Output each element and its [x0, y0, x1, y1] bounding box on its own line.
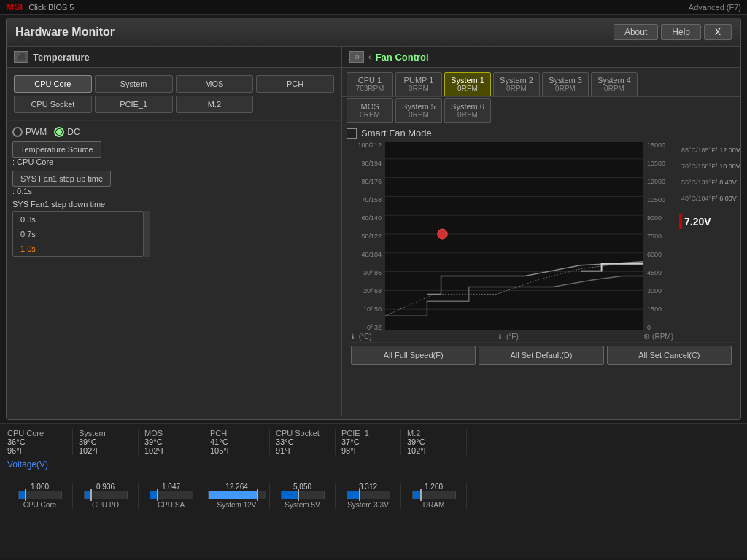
volt-item-sys12v: 12.264 System 12V — [204, 483, 270, 509]
topbar-right: Advanced (F7) — [689, 3, 741, 12]
y-right-5: 7500 — [644, 233, 676, 240]
fan-tab-pump1[interactable]: PUMP 1 0RPM — [395, 72, 442, 96]
sensor-m2: M.2 39°C 102°F — [401, 429, 467, 455]
fan-control-header: ⚙ ‹ Fan Control — [342, 47, 740, 68]
volt-fill-dram — [413, 491, 420, 499]
full-speed-button[interactable]: All Full Speed(F) — [351, 346, 476, 365]
sensor-cpu-socket-c: 33°C — [276, 438, 329, 446]
temp-btn-pch[interactable]: PCH — [256, 75, 334, 93]
sensor-cpu-socket-name: CPU Socket — [276, 429, 329, 438]
sensor-cpu-core-c: 36°C — [7, 438, 66, 446]
step-down-option-1[interactable]: 0.7s — [13, 227, 143, 241]
y-right-3: 10500 — [644, 196, 676, 203]
volt-track-sys12v — [208, 491, 266, 499]
step-down-dropdown: 0.3s 0.7s 1.0s — [12, 211, 336, 257]
volt-name-dram: DRAM — [423, 501, 444, 509]
sensor-system-name: System — [79, 429, 132, 438]
temp-btn-cpu-core[interactable]: CPU Core — [14, 75, 92, 93]
volt-level-0: 85°C/185°F/ 12.00V — [679, 144, 736, 156]
bottom-bar: CPU Core 36°C 96°F System 39°C 102°F MOS… — [0, 423, 747, 558]
volt-name-cpu-io: CPU I/O — [92, 501, 119, 509]
close-button[interactable]: X — [704, 24, 732, 40]
temp-btn-m2[interactable]: M.2 — [176, 96, 254, 113]
sensor-m2-c: 39°C — [407, 438, 460, 446]
volt-fill-cpu-io — [85, 491, 90, 499]
step-down-option-2[interactable]: 1.0s — [13, 241, 143, 256]
content-area: ⬛ Temperature CPU Core System MOS PCH CP… — [7, 47, 740, 416]
y-right-0: 15000 — [644, 141, 676, 149]
temp-btn-system[interactable]: System — [95, 75, 173, 93]
fan-control-panel: ⚙ ‹ Fan Control CPU 1 763RPM PUMP 1 0RPM… — [342, 47, 740, 416]
fan-tab-system5[interactable]: System 5 0RPM — [395, 98, 442, 122]
sensor-system: System 39°C 102°F — [73, 429, 139, 455]
y-labels-right: 15000 13500 12000 10500 9000 7500 6000 4… — [644, 141, 676, 331]
fan-tab-system1[interactable]: System 1 0RPM — [444, 72, 491, 96]
volt-val-dram: 1.200 — [425, 483, 443, 491]
sensor-pcie1-name: PCIE_1 — [341, 429, 395, 438]
chart-footer: 🌡 (°C) 🌡 (°F) ⚙ (RPM) — [347, 331, 676, 342]
volt-item-sys5v: 5.050 System 5V — [270, 483, 336, 509]
fan-tab-system4[interactable]: System 4 0RPM — [591, 72, 638, 96]
volt-val-cpu-sa: 1.047 — [162, 483, 180, 491]
window-buttons: About Help X — [614, 24, 732, 40]
about-button[interactable]: About — [614, 24, 658, 40]
sensor-cpu-socket: CPU Socket 33°C 91°F — [270, 429, 336, 455]
volt-name-cpu-sa: CPU SA — [158, 501, 185, 509]
fan-tab-system3[interactable]: System 3 0RPM — [542, 72, 589, 96]
sensor-cpu-core: CPU Core 36°C 96°F — [7, 429, 73, 455]
window-header: Hardware Monitor About Help X — [7, 18, 740, 47]
fan-tabs: CPU 1 763RPM PUMP 1 0RPM System 1 0RPM S… — [342, 68, 740, 97]
help-button[interactable]: Help — [661, 24, 701, 40]
temp-btn-mos[interactable]: MOS — [176, 75, 254, 93]
step-down-option-0[interactable]: 0.3s — [13, 212, 143, 227]
volt-tick-dram — [420, 489, 422, 501]
sensor-mos: MOS 39°C 102°F — [139, 429, 204, 455]
chart-svg — [385, 142, 643, 330]
y-right-4: 9000 — [644, 214, 676, 222]
dc-radio-item[interactable]: DC — [54, 127, 80, 137]
volt-name-sys5v: System 5V — [285, 501, 320, 509]
fan-tab-system2[interactable]: System 2 0RPM — [493, 72, 540, 96]
dropdown-scrollbar[interactable] — [144, 211, 150, 257]
pwm-label: PWM — [26, 127, 47, 137]
top-bar: MSI Click BIOS 5 Advanced (F7) — [0, 0, 747, 15]
rpm-icon: ⚙ (RPM) — [643, 332, 673, 341]
set-cancel-button[interactable]: All Set Cancel(C) — [607, 346, 732, 365]
volt-name-sys33v: System 3.3V — [347, 501, 389, 509]
fan-tab-cpu1[interactable]: CPU 1 763RPM — [347, 72, 393, 96]
temp-source-value: : CPU Core — [12, 158, 336, 166]
sensor-pcie1: PCIE_1 37°C 98°F — [336, 429, 401, 455]
step-down-label: SYS Fan1 step down time — [12, 200, 336, 209]
smart-fan-checkbox[interactable] — [347, 128, 357, 139]
dc-radio-circle — [54, 127, 64, 137]
step-up-button[interactable]: SYS Fan1 step up time — [12, 171, 111, 187]
y-right-10: 0 — [644, 324, 676, 331]
voltage-section-label: Voltage(V) — [7, 459, 740, 470]
temp-source-row: Temperature Source : CPU Core — [12, 141, 336, 166]
temp-unit-c: 🌡 (°C) — [349, 332, 372, 341]
volt-track-cpu-io — [84, 491, 128, 499]
chart-with-labels: 100/212 90/194 80/176 70/158 60/140 50/1… — [347, 141, 676, 331]
volt-item-sys33v: 3.312 System 3.3V — [336, 483, 401, 509]
temp-btn-cpu-socket[interactable]: CPU Socket — [14, 96, 92, 113]
y-label-0: 100/212 — [347, 141, 384, 149]
set-default-button[interactable]: All Set Default(D) — [479, 346, 603, 365]
volt-val-0: 12.00V — [719, 147, 740, 154]
fan-tab-mos[interactable]: MOS 0RPM — [347, 98, 393, 122]
volt-val-1: 10.80V — [719, 163, 740, 170]
temperature-icon: ⬛ — [14, 51, 28, 63]
temp-source-button[interactable]: Temperature Source — [12, 141, 101, 158]
volt-val-sys5v: 5.050 — [293, 483, 311, 491]
volt-fill-cpu-core — [19, 491, 26, 499]
current-volt-bar — [679, 214, 682, 229]
sensor-pch-c: 41°C — [210, 438, 263, 446]
pwm-radio-item[interactable]: PWM — [12, 127, 47, 137]
chart-canvas[interactable] — [384, 141, 644, 331]
temp-btn-pcie1[interactable]: PCIE_1 — [95, 96, 173, 113]
volt-fill-sys33v — [347, 491, 359, 499]
y-right-7: 4500 — [644, 269, 676, 276]
fan-tab-system6[interactable]: System 6 0RPM — [444, 98, 491, 122]
volt-item-cpu-sa: 1.047 CPU SA — [139, 483, 204, 509]
volt-level-2: 55°C/131°F/ 8.40V — [679, 176, 736, 188]
y-label-1: 90/194 — [347, 160, 384, 167]
